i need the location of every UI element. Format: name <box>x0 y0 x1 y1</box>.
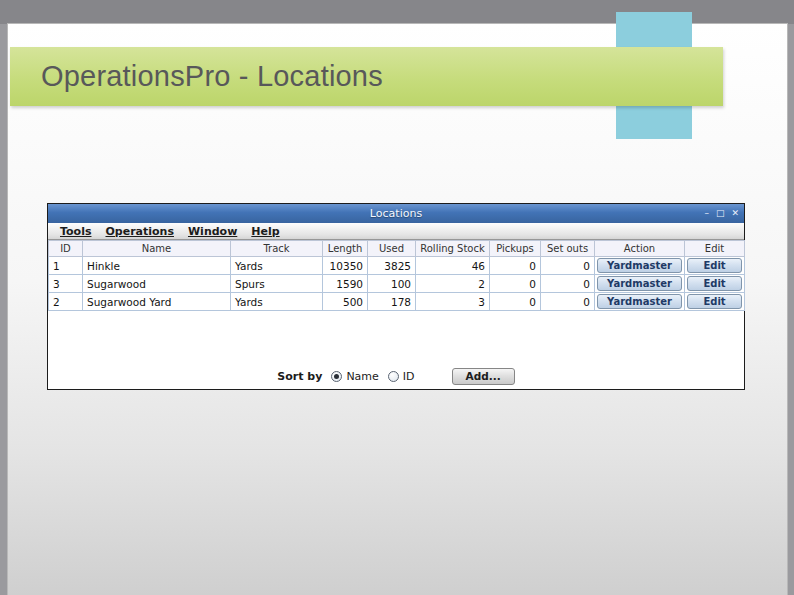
cell-set-outs: 0 <box>541 275 595 293</box>
yardmaster-button[interactable]: Yardmaster <box>597 294 682 309</box>
col-header-name: Name <box>83 241 231 257</box>
col-header-rolling-stock: Rolling Stock <box>416 241 490 257</box>
cell-id: 3 <box>49 275 83 293</box>
locations-table: ID Name Track Length Used Rolling Stock … <box>48 240 745 311</box>
cell-rolling-stock: 2 <box>416 275 490 293</box>
window-title: Locations <box>48 204 744 223</box>
cell-rolling-stock: 3 <box>416 293 490 311</box>
window-titlebar[interactable]: Locations – □ ✕ <box>48 204 744 223</box>
cell-set-outs: 0 <box>541 293 595 311</box>
cell-track: Spurs <box>231 275 323 293</box>
window-controls: – □ ✕ <box>704 204 739 223</box>
col-header-pickups: Pickups <box>490 241 541 257</box>
menu-item-window[interactable]: Window <box>181 225 244 238</box>
cell-name: Sugarwood <box>83 275 231 293</box>
name-radio-label: Name <box>346 370 378 383</box>
slide-title-bar: OperationsPro - Locations <box>10 47 723 106</box>
slide-title: OperationsPro - Locations <box>10 60 383 93</box>
menu-item-tools[interactable]: Tools <box>53 225 98 238</box>
cell-pickups: 0 <box>490 293 541 311</box>
add-button[interactable]: Add... <box>452 368 515 385</box>
col-header-set-outs: Set outs <box>541 241 595 257</box>
cell-set-outs: 0 <box>541 257 595 275</box>
cell-rolling-stock: 46 <box>416 257 490 275</box>
col-header-track: Track <box>231 241 323 257</box>
cell-length: 500 <box>323 293 368 311</box>
cell-id: 1 <box>49 257 83 275</box>
sort-controls: Sort by Name ID Add... <box>48 367 744 385</box>
table-header-row: ID Name Track Length Used Rolling Stock … <box>49 241 745 257</box>
col-header-used: Used <box>368 241 416 257</box>
table-row: 3 Sugarwood Spurs 1590 100 2 0 0 Yardmas… <box>49 275 745 293</box>
id-radio[interactable] <box>388 371 399 382</box>
maximize-icon[interactable]: □ <box>716 209 725 218</box>
table-row: 2 Sugarwood Yard Yards 500 178 3 0 0 Yar… <box>49 293 745 311</box>
col-header-edit: Edit <box>685 241 745 257</box>
cell-name: Hinkle <box>83 257 231 275</box>
yardmaster-button[interactable]: Yardmaster <box>597 276 682 291</box>
sort-id-option: ID <box>388 370 415 383</box>
cell-length: 10350 <box>323 257 368 275</box>
col-header-id: ID <box>49 241 83 257</box>
cell-pickups: 0 <box>490 275 541 293</box>
name-radio[interactable] <box>331 371 342 382</box>
cell-name: Sugarwood Yard <box>83 293 231 311</box>
table-row: 1 Hinkle Yards 10350 3825 46 0 0 Yardmas… <box>49 257 745 275</box>
cell-used: 100 <box>368 275 416 293</box>
app-window: Locations – □ ✕ Tools Operations Window … <box>47 203 745 390</box>
sort-by-label: Sort by <box>277 370 322 383</box>
yardmaster-button[interactable]: Yardmaster <box>597 258 682 273</box>
cell-used: 178 <box>368 293 416 311</box>
cell-used: 3825 <box>368 257 416 275</box>
slide-canvas: OperationsPro - Locations Locations – □ … <box>0 0 794 595</box>
menu-bar: Tools Operations Window Help <box>48 223 744 240</box>
close-icon[interactable]: ✕ <box>731 209 739 218</box>
edit-button[interactable]: Edit <box>687 258 742 273</box>
cell-track: Yards <box>231 257 323 275</box>
cell-length: 1590 <box>323 275 368 293</box>
col-header-length: Length <box>323 241 368 257</box>
col-header-action: Action <box>595 241 685 257</box>
menu-item-operations[interactable]: Operations <box>98 225 181 238</box>
id-radio-label: ID <box>403 370 415 383</box>
minimize-icon[interactable]: – <box>704 209 709 218</box>
cell-pickups: 0 <box>490 257 541 275</box>
cell-id: 2 <box>49 293 83 311</box>
edit-button[interactable]: Edit <box>687 276 742 291</box>
sort-name-option: Name <box>331 370 378 383</box>
cell-track: Yards <box>231 293 323 311</box>
menu-item-help[interactable]: Help <box>244 225 286 238</box>
edit-button[interactable]: Edit <box>687 294 742 309</box>
